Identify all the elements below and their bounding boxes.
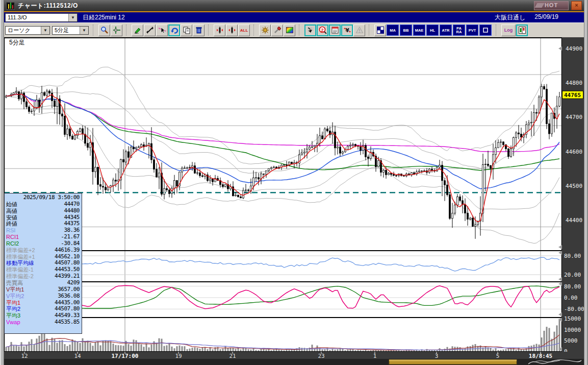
timeframe-combobox[interactable]: 5分足 ▼ <box>52 26 89 35</box>
candle-body <box>495 148 497 155</box>
time-tick-label: 21 <box>229 353 236 359</box>
candle-body <box>508 149 509 156</box>
volume-bar <box>133 339 135 351</box>
candle-body <box>549 124 550 134</box>
candle-body <box>248 190 249 190</box>
ma-button[interactable]: MA <box>387 25 399 36</box>
volume-bar <box>309 348 311 351</box>
candle-body <box>222 185 224 187</box>
volume-bar <box>516 350 517 351</box>
volume-bar <box>164 346 165 351</box>
hl-button[interactable]: HL <box>426 25 439 36</box>
volume-bar <box>92 346 94 351</box>
draw-pencil-button[interactable] <box>132 25 143 36</box>
data-panel-row: RCI2-30.84 <box>6 240 80 247</box>
candle-body <box>559 97 560 106</box>
volume-bar <box>187 349 188 351</box>
symbol-combobox[interactable]: 111.3/O ▼ <box>5 13 78 22</box>
candle-body <box>263 174 265 175</box>
data-panel-label: Vwap <box>6 319 20 326</box>
candle-expand-button[interactable] <box>214 25 225 36</box>
chart-canvas[interactable]: 44900448004470044600445004440080.0020.00… <box>4 37 584 365</box>
pattern-button[interactable] <box>259 25 271 36</box>
candle-body <box>368 157 369 158</box>
chart-type-arrow-icon[interactable]: ▼ <box>41 27 49 34</box>
para-button[interactable]: PA RA <box>453 25 465 36</box>
symbol-combobox-arrow-icon[interactable]: ▼ <box>68 14 77 21</box>
volume-bar <box>179 346 181 351</box>
chart-type-combobox[interactable]: ローソク ▼ <box>5 26 50 35</box>
hot-button[interactable]: HOT <box>534 1 569 10</box>
log-scale-button[interactable]: Log <box>501 25 516 36</box>
volume-bar <box>539 345 540 351</box>
candle-shrink-button[interactable] <box>226 25 238 36</box>
time-tick-label: 14 <box>74 353 81 359</box>
volume-bar <box>95 343 96 351</box>
candle-body <box>166 188 168 190</box>
copy-button[interactable] <box>181 25 192 36</box>
candle-body <box>125 152 127 162</box>
pvt-button[interactable]: PVT <box>466 25 478 36</box>
data-panel-row: 標準偏差+244616.39 <box>6 247 80 254</box>
layout-grid-button[interactable] <box>374 25 386 36</box>
crosshair-button[interactable] <box>111 25 122 36</box>
volume-bar <box>34 345 35 351</box>
data-panel-label: RCI1 <box>6 234 19 240</box>
candle-body <box>123 160 124 162</box>
pencil-icon <box>134 26 142 34</box>
volume-bar <box>202 347 203 351</box>
price-tick-label: 44500 <box>566 183 582 189</box>
sunburst-icon <box>261 26 269 34</box>
data-download-button[interactable] <box>304 25 316 36</box>
candle-body <box>342 152 344 154</box>
all-button[interactable]: ALL <box>238 25 250 36</box>
zoom-button[interactable] <box>98 25 110 36</box>
volume-bar <box>378 350 379 351</box>
candle-body <box>378 161 379 167</box>
candle-body <box>187 168 188 168</box>
close-button[interactable]: × <box>571 1 582 10</box>
undo-button[interactable] <box>168 25 180 36</box>
volume-bar <box>370 350 372 351</box>
candle-body <box>544 86 545 89</box>
board-button[interactable] <box>329 25 341 36</box>
volume-bar <box>194 347 196 351</box>
circled-2-zoom-button[interactable]: 2 <box>317 25 328 36</box>
candle-body <box>169 190 170 193</box>
candlestick-app-icon <box>6 2 15 10</box>
rsi-tick-label: 80.00 <box>564 253 581 259</box>
delete-button[interactable] <box>193 25 204 36</box>
select-line-button[interactable] <box>156 25 168 36</box>
chart-switch-button[interactable] <box>516 25 528 36</box>
data-panel-label: 平均1 <box>6 300 20 306</box>
rci-tick-label: 0.00 <box>564 295 578 301</box>
candle-body <box>87 143 89 148</box>
trendline-button[interactable] <box>144 25 156 36</box>
data-panel-value: -21.67 <box>61 234 80 240</box>
square-draw-button[interactable] <box>479 25 492 36</box>
window-frame-right[interactable] <box>584 0 588 365</box>
volume-bar <box>148 347 150 351</box>
candle-body <box>154 160 155 169</box>
data-readout-panel: 2025/09/18 3:50:00 始値44470高値44480安値44345… <box>4 193 82 334</box>
time-tick-label: 18/8:45 <box>529 353 552 359</box>
atr-button[interactable]: ATR <box>440 25 452 36</box>
volume-bar <box>13 346 15 351</box>
mae-button[interactable]: MAE <box>413 25 425 36</box>
data-panel-value: 3657.00 <box>58 286 80 293</box>
candle-body <box>536 112 538 113</box>
timeframe-arrow-icon[interactable]: ▼ <box>80 27 88 34</box>
warning-triangle-icon <box>355 26 364 34</box>
rainbow-icon <box>286 26 294 34</box>
yen-button[interactable]: ¥ <box>341 25 353 36</box>
volume-bar <box>278 350 280 351</box>
color-button[interactable] <box>284 25 295 36</box>
volume-bar <box>64 344 66 351</box>
candle-body <box>449 194 451 218</box>
settings-tools-button[interactable] <box>271 25 283 36</box>
bb-button[interactable]: BB <box>400 25 412 36</box>
volume-bar <box>541 337 543 351</box>
toolbar-separator <box>253 25 257 36</box>
symbol-bar: 111.3/O ▼ 日経225mini 12 大阪日通し 25/09/19 <box>4 12 584 22</box>
volume-bar <box>110 341 112 351</box>
